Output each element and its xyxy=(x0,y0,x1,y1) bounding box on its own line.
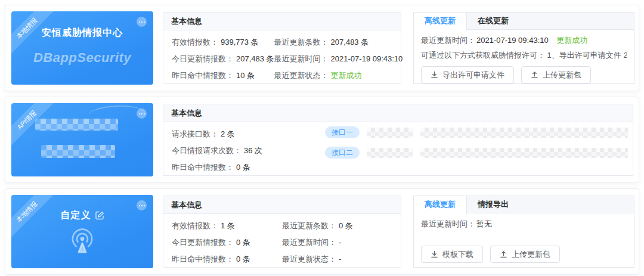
info-line: 昨日命中情报数：0 条 xyxy=(172,159,624,176)
status-badge: 更新成功 xyxy=(331,71,362,80)
api-interface-row: 接口二 xyxy=(325,147,628,159)
corner-ribbon: 本地情报 xyxy=(11,11,57,57)
row-custom-intel: 本地情报 自定义 基本信息 有效情报数：1 条 xyxy=(5,188,639,275)
info-line: 有效情报数：939,773 条 xyxy=(172,37,274,48)
update-tabs: 离线更新 在线更新 xyxy=(413,12,634,30)
upload-package-button[interactable]: 上传更新包 xyxy=(490,246,560,263)
interface-tag-1: 接口一 xyxy=(325,126,360,138)
info-line: 有效情报数：1 条 xyxy=(172,221,282,231)
tab-online-update[interactable]: 在线更新 xyxy=(467,13,519,29)
update-panel: 离线更新 情报导出 最近更新时间：暂无 模板下载 上传更新包 xyxy=(413,196,634,268)
interface-tag-2: 接口二 xyxy=(325,147,360,159)
info-line: 最近更新条数：0 条 xyxy=(282,221,392,231)
upload-package-button[interactable]: 上传更新包 xyxy=(521,66,591,83)
template-download-button[interactable]: 模板下载 xyxy=(421,246,483,263)
api-interface-list: 接口一 接口二 xyxy=(325,126,628,159)
download-icon xyxy=(431,71,438,79)
basic-info-header: 基本信息 xyxy=(163,104,633,122)
info-line: 今日更新情报数：0 条 xyxy=(172,237,282,248)
tab-offline-update[interactable]: 离线更新 xyxy=(414,196,467,214)
license-hint-text: 可通过以下方式获取威胁情报许可： 1、导出许可申请文件 2、登录安恒公司内网..… xyxy=(421,50,627,61)
info-line: 今日更新情报数：207,483 条 xyxy=(172,54,274,64)
source-card-custom: 本地情报 自定义 xyxy=(11,195,153,268)
info-line: 最近更新时间：2021-07-19 09:43:10 xyxy=(274,54,403,64)
row-dbapp-intel-center: 本地情报 安恒威胁情报中心 DBappSecurity 基本信息 有效情报数：9… xyxy=(5,5,639,91)
info-line-status: 最近更新状态：更新成功 xyxy=(274,70,403,81)
update-tabs: 离线更新 情报导出 xyxy=(413,196,634,213)
info-line: 最近更新条数：207,483 条 xyxy=(274,37,403,48)
update-status-text: 更新成功 xyxy=(556,36,587,45)
api-interface-row: 接口一 xyxy=(325,126,628,138)
download-icon xyxy=(431,250,438,258)
last-update-line: 最近更新时间：暂无 xyxy=(421,219,627,230)
basic-info-panel: 基本信息 请求接口数：2 条 今日情报请求次数：36 次 昨日命中情报数：0 条… xyxy=(163,104,633,176)
more-options-button[interactable] xyxy=(137,108,147,119)
redacted-subtitle xyxy=(41,145,115,158)
broadcast-icon xyxy=(68,227,97,256)
upload-icon xyxy=(531,71,538,79)
basic-info-panel: 基本信息 有效情报数：1 条 今日更新情报数：0 条 昨日命中情报数：0 条 最… xyxy=(163,196,401,268)
more-options-button[interactable] xyxy=(137,17,147,27)
redacted-text xyxy=(367,148,413,158)
info-line: 昨日命中情报数：10 条 xyxy=(172,70,274,81)
redacted-text xyxy=(420,148,628,158)
export-license-button[interactable]: 导出许可申请文件 xyxy=(421,66,514,83)
source-card-api: API情报 xyxy=(11,103,153,176)
basic-info-panel: 基本信息 有效情报数：939,773 条 今日更新情报数：207,483 条 昨… xyxy=(163,12,401,84)
redacted-text xyxy=(367,128,413,138)
tab-offline-update[interactable]: 离线更新 xyxy=(414,13,467,30)
intel-source-list: 本地情报 安恒威胁情报中心 DBappSecurity 基本信息 有效情报数：9… xyxy=(0,0,644,276)
upload-icon xyxy=(500,250,507,258)
corner-ribbon: 本地情报 xyxy=(11,195,57,240)
info-line: 最近更新状态：- xyxy=(282,254,392,265)
basic-info-header: 基本信息 xyxy=(163,196,401,214)
row-api-intel: API情报 基本信息 请求接口数：2 条 今日情报请求次数：36 次 昨日命中情… xyxy=(5,97,639,183)
basic-info-header: 基本信息 xyxy=(163,13,401,30)
ribbon-label: 本地情报 xyxy=(11,11,55,57)
redacted-title xyxy=(35,119,118,131)
ribbon-label: 本地情报 xyxy=(11,195,55,240)
more-options-button[interactable] xyxy=(137,200,147,210)
update-panel: 离线更新 在线更新 最近更新时间：2021-07-19 09:43:10 更新成… xyxy=(413,12,634,84)
source-title: 自定义 xyxy=(61,209,91,222)
redacted-text xyxy=(420,128,628,138)
source-card-dbapp: 本地情报 安恒威胁情报中心 DBappSecurity xyxy=(11,11,153,85)
last-update-line: 最近更新时间：2021-07-19 09:43:10 更新成功 xyxy=(421,35,627,46)
edit-icon[interactable] xyxy=(95,211,104,220)
info-line: 昨日命中情报数：0 条 xyxy=(172,254,282,265)
info-line: 最近更新时间：- xyxy=(282,237,392,248)
tab-intel-export[interactable]: 情报导出 xyxy=(467,196,519,213)
